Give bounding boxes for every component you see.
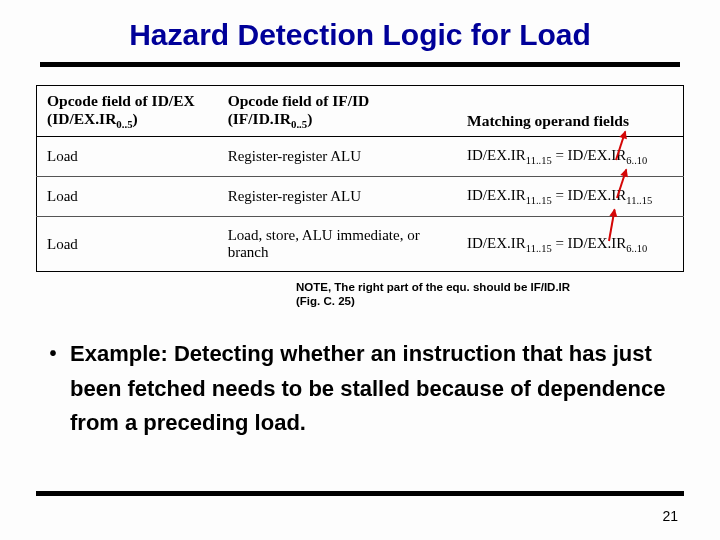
page-title: Hazard Detection Logic for Load — [36, 18, 684, 52]
table-row: Load Register-register ALU ID/EX.IR11..1… — [37, 177, 684, 217]
expr-right-sub: 6..10 — [626, 243, 647, 254]
table-header-col2: Opcode field of IF/ID (IF/ID.IR0..5) — [218, 86, 457, 137]
title-underline — [40, 62, 680, 67]
bullet-icon: • — [36, 337, 70, 441]
header-col1-line1: Opcode field of ID/EX — [47, 92, 195, 109]
header-col1-prefix: (ID/EX.IR — [47, 110, 116, 127]
expr-mid: = ID/EX.IR — [552, 235, 627, 251]
footer-divider — [36, 491, 684, 496]
cell-matching: ID/EX.IR11..15 = ID/EX.IR6..10 — [457, 217, 683, 272]
expr-left: ID/EX.IR — [467, 187, 526, 203]
cell-opcode-idex: Load — [37, 137, 218, 177]
example-text: Example: Detecting whether an instructio… — [70, 337, 684, 441]
table-header-col1: Opcode field of ID/EX (ID/EX.IR0..5) — [37, 86, 218, 137]
table-header-col3: Matching operand fields — [457, 86, 683, 137]
expr-left-sub: 11..15 — [526, 195, 552, 206]
expr-mid: = ID/EX.IR — [552, 147, 627, 163]
expr-left-sub: 11..15 — [526, 243, 552, 254]
header-col1-sub: 0..5 — [116, 118, 132, 130]
page-number: 21 — [662, 508, 678, 524]
table-row: Load Load, store, ALU immediate, or bran… — [37, 217, 684, 272]
header-col2-b: ) — [307, 110, 312, 127]
expr-right-sub: 6..10 — [626, 155, 647, 166]
cell-matching: ID/EX.IR11..15 = ID/EX.IR11..15 — [457, 177, 683, 217]
table-header-row: Opcode field of ID/EX (ID/EX.IR0..5) Opc… — [37, 86, 684, 137]
expr-right-sub: 11..15 — [626, 195, 652, 206]
cell-opcode-idex: Load — [37, 217, 218, 272]
expr-left: ID/EX.IR — [467, 147, 526, 163]
expr-mid: = ID/EX.IR — [552, 187, 627, 203]
note-line1: NOTE, The right part of the equ. should … — [296, 280, 660, 294]
note-block: NOTE, The right part of the equ. should … — [296, 280, 660, 309]
table-row: Load Register-register ALU ID/EX.IR11..1… — [37, 137, 684, 177]
cell-matching: ID/EX.IR11..15 = ID/EX.IR6..10 — [457, 137, 683, 177]
header-col1-suffix: ) — [133, 110, 138, 127]
cell-opcode-ifid: Load, store, ALU immediate, or branch — [218, 217, 457, 272]
cell-opcode-ifid: Register-register ALU — [218, 177, 457, 217]
hazard-table: Opcode field of ID/EX (ID/EX.IR0..5) Opc… — [36, 85, 684, 272]
expr-left: ID/EX.IR — [467, 235, 526, 251]
example-block: • Example: Detecting whether an instruct… — [36, 337, 684, 441]
cell-opcode-idex: Load — [37, 177, 218, 217]
header-col2-sub: 0..5 — [291, 118, 307, 130]
cell-opcode-ifid: Register-register ALU — [218, 137, 457, 177]
note-line2: (Fig. C. 25) — [296, 294, 660, 308]
expr-left-sub: 11..15 — [526, 155, 552, 166]
